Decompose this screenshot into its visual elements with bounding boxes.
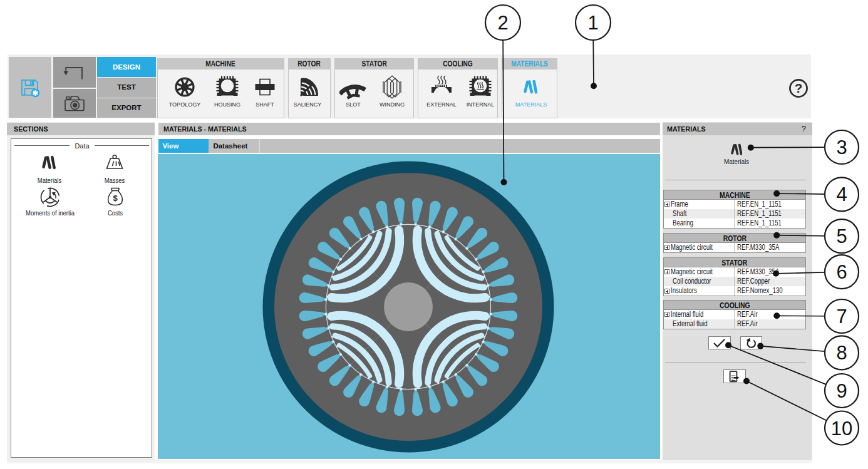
svg-text:8: 8 <box>836 342 847 364</box>
svg-text:9: 9 <box>836 380 847 402</box>
svg-text:2: 2 <box>497 12 508 34</box>
svg-text:$: $ <box>113 193 118 203</box>
svg-text:5: 5 <box>836 225 847 247</box>
svg-text:1: 1 <box>587 12 598 34</box>
svg-text:3: 3 <box>836 137 847 158</box>
svg-text:4: 4 <box>836 183 847 205</box>
svg-text:6: 6 <box>836 261 847 283</box>
svg-text:?: ? <box>794 81 802 95</box>
svg-text:10: 10 <box>831 418 852 440</box>
svg-text:7: 7 <box>836 306 847 327</box>
